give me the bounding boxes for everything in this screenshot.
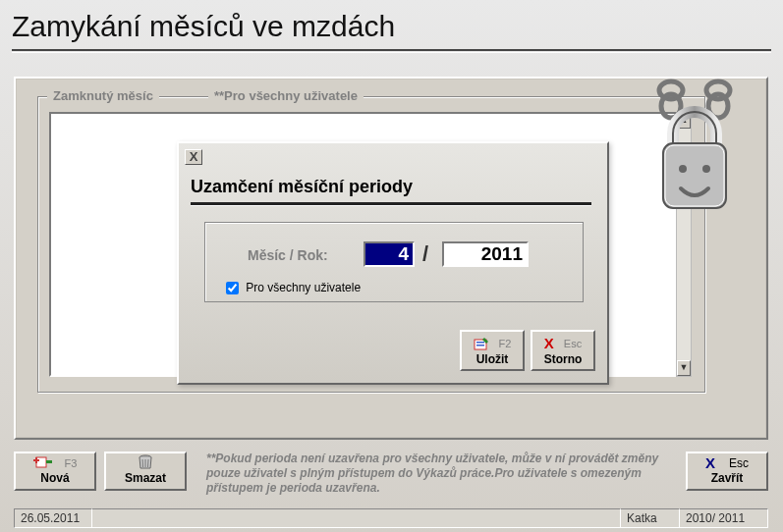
svg-rect-10 (476, 345, 484, 346)
svg-point-7 (702, 165, 710, 173)
month-year-slash: / (422, 241, 428, 267)
all-users-checkbox[interactable] (226, 282, 239, 294)
padlock-icon (645, 79, 744, 226)
delete-button[interactable]: Smazat (104, 452, 187, 491)
status-date: 26.05.2011 (14, 508, 92, 528)
all-users-checkbox-row[interactable]: Pro všechny uživatele (222, 279, 361, 297)
dialog-divider (191, 202, 591, 206)
cancel-button-label: Storno (540, 352, 586, 366)
scroll-down-button[interactable]: ▼ (677, 360, 691, 376)
status-period: 2010/ 2011 (680, 508, 768, 528)
cancel-hotkey: Esc (564, 338, 582, 349)
year-input[interactable] (442, 241, 529, 267)
month-input[interactable] (364, 241, 415, 267)
month-year-label: Měsíc / Rok: (248, 247, 328, 263)
footer-hint: **Pokud perioda není uzavřena pro všechn… (187, 448, 686, 496)
cancel-button[interactable]: X Esc Storno (531, 330, 595, 371)
svg-rect-9 (476, 342, 484, 344)
title-divider (12, 49, 771, 53)
svg-rect-11 (36, 457, 46, 467)
new-button-label: Nová (16, 471, 94, 485)
group-caption-all-users: **Pro všechny uživatele (208, 88, 364, 103)
cancel-icon: X (544, 337, 554, 350)
save-button-label: Uložit (470, 352, 515, 366)
dialog-close-button[interactable]: X (185, 149, 202, 165)
close-icon: X (705, 456, 715, 470)
close-button[interactable]: X Esc Zavřít (686, 452, 768, 491)
svg-rect-14 (46, 460, 52, 463)
status-bar: 26.05.2011 Katka 2010/ 2011 (14, 508, 768, 528)
new-icon (33, 455, 53, 472)
svg-line-18 (148, 459, 149, 467)
svg-line-16 (142, 459, 143, 467)
all-users-checkbox-label: Pro všechny uživatele (246, 281, 361, 294)
save-hotkey: F2 (499, 338, 512, 349)
save-button[interactable]: F2 Uložit (460, 330, 525, 371)
status-user: Katka (621, 508, 680, 528)
trash-icon (137, 454, 154, 473)
dialog-title: Uzamčení měsíční periody (191, 177, 413, 197)
new-button[interactable]: F3 Nová (14, 452, 96, 491)
page-title: Zamykání měsíců ve mzdách (12, 10, 395, 42)
svg-rect-13 (35, 457, 37, 463)
status-spacer (92, 508, 621, 528)
group-caption-locked-month: Zamknutý měsíc (47, 88, 159, 103)
lock-period-dialog: X Uzamčení měsíční periody Měsíc / Rok: … (177, 141, 609, 385)
new-hotkey: F3 (65, 457, 78, 469)
close-hotkey: Esc (729, 456, 749, 470)
svg-rect-4 (663, 143, 726, 208)
save-icon (474, 337, 489, 350)
close-button-label: Zavřít (688, 471, 766, 485)
delete-button-label: Smazat (106, 471, 185, 485)
svg-point-6 (679, 165, 687, 173)
